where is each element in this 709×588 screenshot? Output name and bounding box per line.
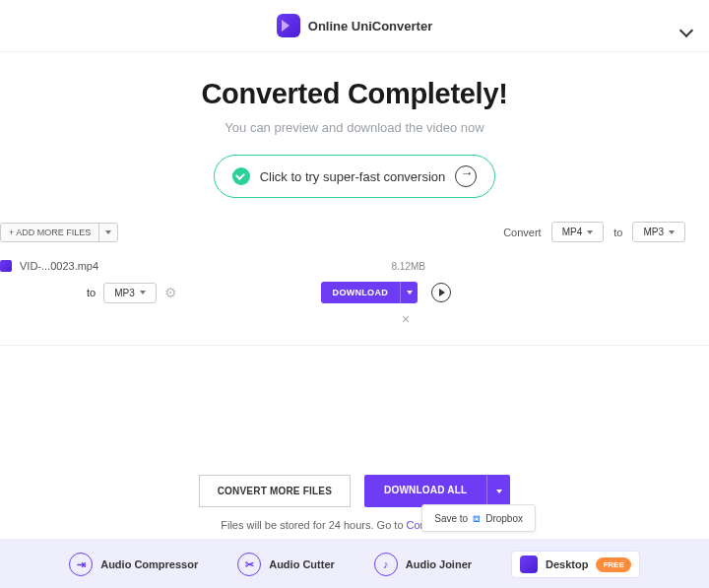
caret-down-icon xyxy=(669,230,675,234)
remove-file-button[interactable]: × xyxy=(0,311,685,327)
retention-note: Files will be stored for 24 hours. Go to… xyxy=(0,519,709,531)
hero-section: Converted Completely! You can preview an… xyxy=(0,52,709,208)
dropbox-icon: ⧈ xyxy=(473,511,481,525)
tool-label: Audio Cutter xyxy=(269,558,335,570)
add-more-files-caret[interactable] xyxy=(99,224,117,241)
target-format-value: MP3 xyxy=(643,227,664,237)
to-label: to xyxy=(613,227,622,238)
save-to-dropbox-option[interactable]: Save to ⧈ Dropbox xyxy=(421,504,536,532)
retention-prefix: Files will be stored for 24 hours. Go to xyxy=(221,519,406,531)
tool-label: Audio Joiner xyxy=(406,558,472,570)
download-all-caret[interactable] xyxy=(486,475,510,507)
footer: CONVERT MORE FILES DOWNLOAD ALL Save to … xyxy=(0,465,709,588)
convert-label: Convert xyxy=(503,227,542,238)
chevron-down-icon xyxy=(679,24,693,37)
music-note-icon: ♪ xyxy=(374,553,398,576)
file-target-format-dropdown[interactable]: MP3 xyxy=(103,283,157,303)
brand[interactable]: Online UniConverter xyxy=(277,14,432,37)
file-target-format-value: MP3 xyxy=(114,288,135,298)
tool-audio-joiner[interactable]: ♪ Audio Joiner xyxy=(374,551,472,578)
source-format-dropdown[interactable]: MP4 xyxy=(551,222,605,242)
page-title: Converted Completely! xyxy=(0,78,709,110)
desktop-label: Desktop xyxy=(546,558,588,570)
caret-down-icon xyxy=(587,230,593,234)
download-all-button[interactable]: DOWNLOAD ALL xyxy=(364,475,486,507)
caret-down-icon xyxy=(496,490,502,493)
cta-label: Click to try super-fast conversion xyxy=(260,169,446,184)
header-menu-toggle[interactable] xyxy=(681,22,691,39)
gear-icon[interactable]: ⚙ xyxy=(164,285,177,300)
tool-audio-cutter[interactable]: ✂ Audio Cutter xyxy=(237,551,335,578)
conversion-controls: + ADD MORE FILES Convert MP4 to MP3 xyxy=(0,208,709,252)
compress-icon: ⇥ xyxy=(69,553,93,576)
desktop-app-link[interactable]: Desktop FREE xyxy=(511,551,640,578)
desktop-icon xyxy=(520,555,538,573)
scissors-icon: ✂ xyxy=(237,553,261,576)
download-caret[interactable] xyxy=(400,282,418,303)
file-size: 8.12MB xyxy=(392,261,685,272)
file-type-icon xyxy=(0,260,12,272)
file-row: VID-...0023.mp4 8.12MB to MP3 ⚙ DOWNLOAD… xyxy=(0,252,709,346)
file-name: VID-...0023.mp4 xyxy=(20,260,98,272)
source-format-value: MP4 xyxy=(562,227,583,237)
page-subtitle: You can preview and download the video n… xyxy=(0,120,709,135)
file-to-label: to xyxy=(87,287,96,298)
format-selector-group: Convert MP4 to MP3 xyxy=(503,222,685,242)
bulk-actions: CONVERT MORE FILES DOWNLOAD ALL Save to … xyxy=(0,465,709,517)
check-icon xyxy=(232,167,250,185)
dropbox-label: Dropbox xyxy=(485,513,523,524)
download-button-group: DOWNLOAD xyxy=(321,282,418,303)
download-all-group: DOWNLOAD ALL xyxy=(364,475,510,507)
logo-icon xyxy=(277,14,300,37)
download-button[interactable]: DOWNLOAD xyxy=(321,282,400,303)
target-format-dropdown[interactable]: MP3 xyxy=(632,222,685,242)
save-to-label: Save to xyxy=(434,513,468,524)
related-tools-strip: ⇥ Audio Compressor ✂ Audio Cutter ♪ Audi… xyxy=(0,539,709,588)
play-preview-button[interactable] xyxy=(431,283,451,302)
tool-label: Audio Compressor xyxy=(100,558,198,570)
caret-down-icon xyxy=(407,291,413,294)
caret-down-icon xyxy=(140,291,146,294)
add-more-files-button[interactable]: + ADD MORE FILES xyxy=(1,224,99,241)
app-header: Online UniConverter xyxy=(0,0,709,52)
file-info-line: VID-...0023.mp4 8.12MB xyxy=(0,260,685,272)
arrow-right-icon xyxy=(455,165,477,187)
add-more-files-group: + ADD MORE FILES xyxy=(0,223,118,242)
free-badge: FREE xyxy=(596,557,630,572)
app-title: Online UniConverter xyxy=(308,19,432,33)
convert-more-button[interactable]: CONVERT MORE FILES xyxy=(199,475,351,507)
file-actions-line: to MP3 ⚙ DOWNLOAD xyxy=(0,282,685,303)
caret-down-icon xyxy=(105,230,111,234)
fast-conversion-cta[interactable]: Click to try super-fast conversion xyxy=(214,155,496,198)
tool-audio-compressor[interactable]: ⇥ Audio Compressor xyxy=(69,551,198,578)
